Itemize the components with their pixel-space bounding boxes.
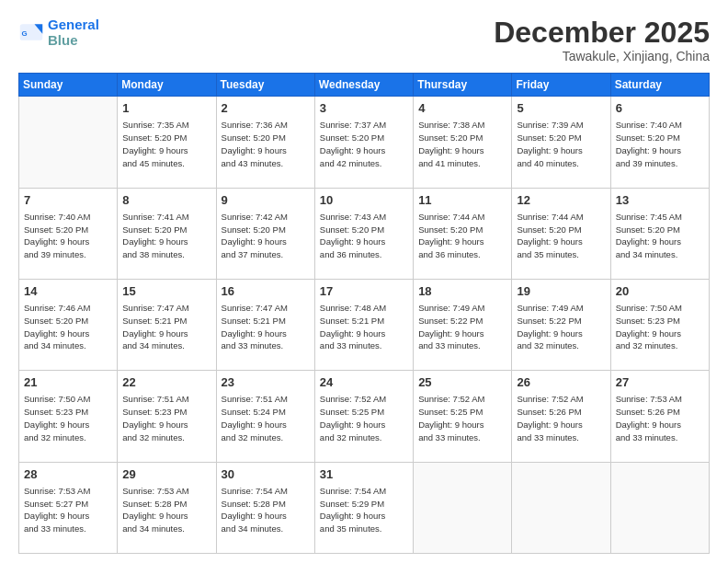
cell-info: Sunrise: 7:51 AMSunset: 5:24 PMDaylight:…	[222, 393, 310, 443]
cell-info: Sunrise: 7:35 AMSunset: 5:20 PMDaylight:…	[122, 119, 210, 169]
calendar-cell	[19, 97, 118, 188]
day-number: 25	[418, 374, 506, 391]
calendar-cell: 24Sunrise: 7:52 AMSunset: 5:25 PMDayligh…	[314, 371, 413, 462]
calendar-cell: 26Sunrise: 7:52 AMSunset: 5:26 PMDayligh…	[512, 371, 610, 462]
weekday-header-friday: Friday	[512, 74, 610, 97]
day-number: 6	[616, 100, 704, 117]
cell-info: Sunrise: 7:36 AMSunset: 5:20 PMDaylight:…	[222, 119, 310, 169]
calendar-cell: 19Sunrise: 7:49 AMSunset: 5:22 PMDayligh…	[512, 279, 610, 370]
calendar-cell: 6Sunrise: 7:40 AMSunset: 5:20 PMDaylight…	[610, 97, 709, 188]
weekday-header-monday: Monday	[118, 74, 216, 97]
calendar-cell: 18Sunrise: 7:49 AMSunset: 5:22 PMDayligh…	[414, 279, 512, 370]
day-number: 22	[122, 374, 210, 391]
day-number: 7	[24, 192, 112, 209]
calendar-cell: 9Sunrise: 7:42 AMSunset: 5:20 PMDaylight…	[216, 188, 314, 279]
month-title: December 2025	[494, 17, 710, 49]
day-number: 21	[24, 374, 112, 391]
calendar-cell: 10Sunrise: 7:43 AMSunset: 5:20 PMDayligh…	[314, 188, 413, 279]
cell-info: Sunrise: 7:52 AMSunset: 5:25 PMDaylight:…	[320, 393, 408, 443]
cell-info: Sunrise: 7:45 AMSunset: 5:20 PMDaylight:…	[616, 211, 704, 261]
weekday-header-thursday: Thursday	[414, 74, 512, 97]
day-number: 18	[418, 283, 506, 300]
day-number: 12	[517, 192, 605, 209]
day-number: 2	[222, 100, 310, 117]
cell-info: Sunrise: 7:43 AMSunset: 5:20 PMDaylight:…	[320, 211, 408, 261]
logo-text: General Blue	[48, 17, 99, 48]
calendar-cell: 4Sunrise: 7:38 AMSunset: 5:20 PMDaylight…	[414, 97, 512, 188]
cell-info: Sunrise: 7:52 AMSunset: 5:26 PMDaylight:…	[517, 393, 605, 443]
day-number: 14	[24, 283, 112, 300]
calendar-cell: 30Sunrise: 7:54 AMSunset: 5:28 PMDayligh…	[216, 462, 314, 553]
day-number: 19	[517, 283, 605, 300]
day-number: 31	[320, 466, 408, 483]
cell-info: Sunrise: 7:44 AMSunset: 5:20 PMDaylight:…	[418, 211, 506, 261]
cell-info: Sunrise: 7:53 AMSunset: 5:28 PMDaylight:…	[122, 485, 210, 535]
cell-info: Sunrise: 7:47 AMSunset: 5:21 PMDaylight:…	[122, 302, 210, 352]
calendar-cell: 13Sunrise: 7:45 AMSunset: 5:20 PMDayligh…	[610, 188, 709, 279]
calendar-cell: 11Sunrise: 7:44 AMSunset: 5:20 PMDayligh…	[414, 188, 512, 279]
day-number: 26	[517, 374, 605, 391]
calendar-cell: 1Sunrise: 7:35 AMSunset: 5:20 PMDaylight…	[118, 97, 216, 188]
calendar-cell: 15Sunrise: 7:47 AMSunset: 5:21 PMDayligh…	[118, 279, 216, 370]
cell-info: Sunrise: 7:48 AMSunset: 5:21 PMDaylight:…	[320, 302, 408, 352]
location-subtitle: Tawakule, Xinjiang, China	[494, 49, 710, 63]
svg-text:G: G	[22, 29, 28, 38]
day-number: 30	[222, 466, 310, 483]
day-number: 28	[24, 466, 112, 483]
day-number: 24	[320, 374, 408, 391]
cell-info: Sunrise: 7:37 AMSunset: 5:20 PMDaylight:…	[320, 119, 408, 169]
cell-info: Sunrise: 7:50 AMSunset: 5:23 PMDaylight:…	[616, 302, 704, 352]
day-number: 13	[616, 192, 704, 209]
calendar-cell	[414, 462, 512, 553]
calendar-cell: 14Sunrise: 7:46 AMSunset: 5:20 PMDayligh…	[19, 279, 118, 370]
calendar-cell: 8Sunrise: 7:41 AMSunset: 5:20 PMDaylight…	[118, 188, 216, 279]
calendar-cell: 23Sunrise: 7:51 AMSunset: 5:24 PMDayligh…	[216, 371, 314, 462]
calendar-cell: 28Sunrise: 7:53 AMSunset: 5:27 PMDayligh…	[19, 462, 118, 553]
cell-info: Sunrise: 7:53 AMSunset: 5:27 PMDaylight:…	[24, 485, 112, 535]
day-number: 16	[222, 283, 310, 300]
cell-info: Sunrise: 7:52 AMSunset: 5:25 PMDaylight:…	[418, 393, 506, 443]
calendar-table: SundayMondayTuesdayWednesdayThursdayFrid…	[18, 73, 710, 554]
week-row-4: 21Sunrise: 7:50 AMSunset: 5:23 PMDayligh…	[19, 371, 710, 462]
weekday-header-saturday: Saturday	[610, 74, 709, 97]
cell-info: Sunrise: 7:49 AMSunset: 5:22 PMDaylight:…	[418, 302, 506, 352]
logo: G General Blue	[18, 17, 99, 48]
calendar-cell: 12Sunrise: 7:44 AMSunset: 5:20 PMDayligh…	[512, 188, 610, 279]
calendar-cell: 20Sunrise: 7:50 AMSunset: 5:23 PMDayligh…	[610, 279, 709, 370]
calendar-cell: 27Sunrise: 7:53 AMSunset: 5:26 PMDayligh…	[610, 371, 709, 462]
weekday-header-sunday: Sunday	[19, 74, 118, 97]
day-number: 3	[320, 100, 408, 117]
cell-info: Sunrise: 7:51 AMSunset: 5:23 PMDaylight:…	[122, 393, 210, 443]
cell-info: Sunrise: 7:40 AMSunset: 5:20 PMDaylight:…	[616, 119, 704, 169]
calendar-cell: 21Sunrise: 7:50 AMSunset: 5:23 PMDayligh…	[19, 371, 118, 462]
calendar-cell: 17Sunrise: 7:48 AMSunset: 5:21 PMDayligh…	[314, 279, 413, 370]
calendar-cell: 7Sunrise: 7:40 AMSunset: 5:20 PMDaylight…	[19, 188, 118, 279]
day-number: 5	[517, 100, 605, 117]
cell-info: Sunrise: 7:54 AMSunset: 5:29 PMDaylight:…	[320, 485, 408, 535]
week-row-2: 7Sunrise: 7:40 AMSunset: 5:20 PMDaylight…	[19, 188, 710, 279]
calendar-cell	[610, 462, 709, 553]
day-number: 23	[222, 374, 310, 391]
day-number: 9	[222, 192, 310, 209]
cell-info: Sunrise: 7:47 AMSunset: 5:21 PMDaylight:…	[222, 302, 310, 352]
calendar-cell: 5Sunrise: 7:39 AMSunset: 5:20 PMDaylight…	[512, 97, 610, 188]
page: G General Blue December 2025 Tawakule, X…	[0, 0, 728, 563]
cell-info: Sunrise: 7:53 AMSunset: 5:26 PMDaylight:…	[616, 393, 704, 443]
cell-info: Sunrise: 7:38 AMSunset: 5:20 PMDaylight:…	[418, 119, 506, 169]
cell-info: Sunrise: 7:50 AMSunset: 5:23 PMDaylight:…	[24, 393, 112, 443]
weekday-header-row: SundayMondayTuesdayWednesdayThursdayFrid…	[19, 74, 710, 97]
cell-info: Sunrise: 7:41 AMSunset: 5:20 PMDaylight:…	[122, 211, 210, 261]
calendar-cell: 3Sunrise: 7:37 AMSunset: 5:20 PMDaylight…	[314, 97, 413, 188]
day-number: 29	[122, 466, 210, 483]
day-number: 8	[122, 192, 210, 209]
weekday-header-tuesday: Tuesday	[216, 74, 314, 97]
cell-info: Sunrise: 7:49 AMSunset: 5:22 PMDaylight:…	[517, 302, 605, 352]
cell-info: Sunrise: 7:39 AMSunset: 5:20 PMDaylight:…	[517, 119, 605, 169]
day-number: 10	[320, 192, 408, 209]
day-number: 1	[122, 100, 210, 117]
cell-info: Sunrise: 7:46 AMSunset: 5:20 PMDaylight:…	[24, 302, 112, 352]
calendar-cell: 16Sunrise: 7:47 AMSunset: 5:21 PMDayligh…	[216, 279, 314, 370]
week-row-5: 28Sunrise: 7:53 AMSunset: 5:27 PMDayligh…	[19, 462, 710, 553]
title-block: December 2025 Tawakule, Xinjiang, China	[494, 17, 710, 63]
day-number: 11	[418, 192, 506, 209]
